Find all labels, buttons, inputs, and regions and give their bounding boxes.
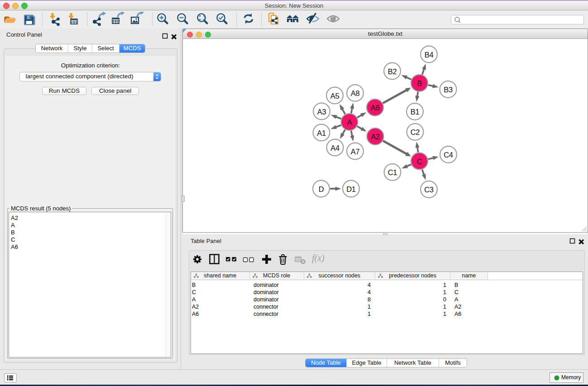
svg-text:C2: C2 <box>411 128 420 136</box>
svg-text:A8: A8 <box>351 89 360 97</box>
svg-text:C: C <box>417 157 422 166</box>
svg-text:B: B <box>417 79 422 87</box>
svg-text:B2: B2 <box>388 67 397 76</box>
svg-text:A2: A2 <box>371 133 380 141</box>
svg-text:B3: B3 <box>444 86 453 94</box>
svg-text:D1: D1 <box>346 185 356 193</box>
svg-text:A7: A7 <box>351 148 360 156</box>
svg-text:A5: A5 <box>330 92 339 100</box>
svg-text:C1: C1 <box>388 168 397 176</box>
svg-text:B4: B4 <box>425 51 434 59</box>
svg-text:C4: C4 <box>444 151 453 159</box>
svg-text:B1: B1 <box>411 108 420 116</box>
svg-text:C3: C3 <box>424 186 434 194</box>
svg-text:A1: A1 <box>317 129 326 137</box>
svg-text:A6: A6 <box>371 104 380 112</box>
svg-text:A: A <box>347 118 352 126</box>
svg-text:A4: A4 <box>330 144 339 152</box>
svg-text:D: D <box>319 185 324 193</box>
svg-text:A3: A3 <box>317 108 326 116</box>
